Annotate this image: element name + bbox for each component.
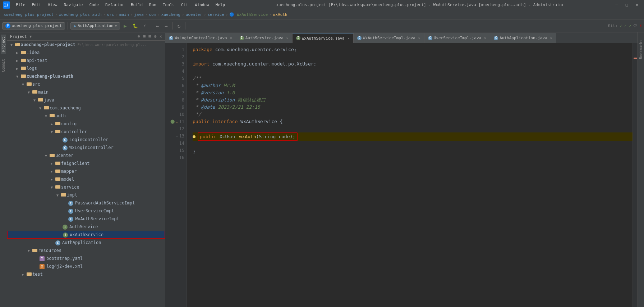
tree-label-auth-application: AuthApplication (62, 240, 101, 245)
menu-code[interactable]: Code (86, 2, 102, 8)
menu-refactor[interactable]: Refactor (102, 2, 127, 8)
tree-item-controller[interactable]: ▼ controller (7, 128, 165, 136)
tree-item-java[interactable]: ▼ java (7, 96, 165, 104)
tree-item-mapper[interactable]: ▶ mapper (7, 167, 165, 175)
forward-button[interactable]: → (162, 22, 170, 30)
menu-help[interactable]: Help (213, 2, 228, 8)
tree-item-auth-module[interactable]: ▼ xuecheng-plus-auth (7, 72, 165, 80)
minimize-button[interactable]: ─ (612, 2, 621, 8)
sidebar-collapse-icon[interactable]: ⊟ (148, 34, 151, 39)
git-status: Git: ✓ ✓ ↗ ⏱ ✗ (608, 23, 642, 28)
tree-item-feignclient[interactable]: ▶ feignclient (7, 159, 165, 167)
menu-view[interactable]: View (45, 2, 60, 8)
refresh-button[interactable]: ↻ (175, 22, 183, 30)
tree-item-test[interactable]: ▶ test (7, 270, 165, 278)
breadcrumb-java[interactable]: java (134, 12, 144, 17)
tab-userserviceimpl[interactable]: C UserServiceImpl.java ✕ (424, 33, 490, 43)
tree-item-root[interactable]: ▼ xuecheng-plus-project E:\idea-workspac… (7, 41, 165, 49)
tree-item-api-test[interactable]: ▶ api-test (7, 57, 165, 64)
tree-item-config[interactable]: ▶ config (7, 120, 165, 128)
tab-close-wxlogincontroller[interactable]: ✕ (230, 36, 232, 40)
sidebar-settings-icon[interactable]: ⚙ (154, 34, 157, 39)
run-button[interactable]: ▶ (121, 22, 129, 30)
close-button[interactable]: ✕ (633, 2, 641, 8)
breadcrumb-xuecheng[interactable]: xuecheng (161, 12, 180, 17)
code-line-7: * @version 1.0 (193, 89, 632, 96)
tree-item-impl[interactable]: ▼ impl (7, 191, 165, 199)
tree-item-log4j2-xml[interactable]: ▶ X log4j2-dev.xml (7, 262, 165, 270)
left-tab-commit[interactable]: Commit (1, 57, 6, 74)
tree-item-auth-service[interactable]: ▶ I AuthService (7, 223, 165, 231)
run-with-coverage-button[interactable]: ⚡ (142, 22, 148, 30)
tab-close-authservice[interactable]: ✕ (286, 36, 289, 40)
toolbar-separator-4 (185, 22, 185, 30)
tree-item-wxlogin-controller[interactable]: ▶ C WxLoginController (7, 144, 165, 152)
tab-authservice[interactable]: I AuthService.java ✕ (236, 33, 293, 43)
tree-item-src[interactable]: ▼ src (7, 80, 165, 88)
tree-item-resources[interactable]: ▼ resources (7, 247, 165, 254)
menu-git[interactable]: Git (178, 2, 191, 8)
code-editor: 1 2 3 4 5 6 7 8 9 10 ⬤ ↓ 11 12 (165, 43, 638, 307)
tree-item-com-xuecheng[interactable]: ▼ com.xuecheng (7, 104, 165, 112)
breadcrumb-com[interactable]: com (149, 12, 156, 17)
tree-item-logs[interactable]: ▶ logs (7, 64, 165, 72)
menu-window[interactable]: Window (192, 2, 212, 8)
tab-close-wxauthservice[interactable]: ✕ (348, 36, 350, 40)
tab-close-wxauthserviceimpl[interactable]: ✕ (418, 36, 420, 40)
menu-file[interactable]: File (13, 2, 28, 8)
tab-close-authapplication[interactable]: ✕ (550, 36, 552, 40)
class-icon: C (62, 137, 68, 143)
sidebar-locate-icon[interactable]: ⊕ (138, 34, 140, 39)
sidebar-close-icon[interactable]: ✕ (160, 34, 162, 39)
project-dropdown[interactable]: P xuecheng-plus-project (2, 22, 65, 30)
sidebar-content[interactable]: ▼ xuecheng-plus-project E:\idea-workspac… (7, 41, 165, 307)
code-line-10: */ (193, 111, 632, 118)
tree-item-auth-application[interactable]: ▶ C AuthApplication (7, 239, 165, 247)
class-icon: C (62, 145, 68, 150)
breadcrumb-src[interactable]: src (107, 12, 114, 17)
menu-build[interactable]: Build (128, 2, 146, 8)
menu-edit[interactable]: Edit (29, 2, 45, 8)
tree-item-model[interactable]: ▶ model (7, 175, 165, 183)
svg-rect-5 (21, 59, 26, 62)
tree-item-password-auth-impl[interactable]: ▶ C PasswordAuthServiceImpl (7, 199, 165, 207)
left-tab-project[interactable]: Project (1, 35, 6, 54)
tab-wxauthservice[interactable]: I WxAuthService.java ✕ (293, 33, 354, 43)
tree-item-wxauth-service-impl[interactable]: ▶ C WxAuthServiceImpl (7, 215, 165, 223)
tree-label-user-service-impl: UserServiceImpl (75, 208, 114, 213)
run-config-dropdown[interactable]: ▶ AuthApplication ▼ (70, 22, 120, 30)
svg-rect-6 (21, 67, 26, 70)
class-icon: C (55, 240, 61, 245)
back-button[interactable]: ← (154, 22, 161, 30)
bookmarks-label[interactable]: Bookmarks (639, 40, 643, 59)
breadcrumb-module[interactable]: xuecheng-plus-auth (59, 12, 102, 17)
breadcrumb-wxauthservice[interactable]: 🔵 WxAuthService (229, 12, 268, 17)
tree-item-service[interactable]: ▼ service (7, 183, 165, 191)
tree-item-bootstrap-yaml[interactable]: ▶ Y bootstrap.yaml (7, 254, 165, 262)
debug-button[interactable]: 🐛 (130, 22, 140, 30)
tab-wxauthserviceimpl[interactable]: C WxAuthServiceImpl.java ✕ (354, 33, 424, 43)
tab-bar: C WxLoginController.java ✕ I AuthService… (165, 32, 638, 43)
breadcrumb-project[interactable]: xuecheng-plus-project (4, 12, 54, 17)
breadcrumb-main[interactable]: main (119, 12, 129, 17)
breadcrumb-service[interactable]: service (207, 12, 224, 17)
tab-authapplication[interactable]: C AuthApplication.java ✕ (490, 33, 556, 43)
tree-item-idea[interactable]: ▶ .idea (7, 49, 165, 57)
breadcrumb-ucenter[interactable]: ucenter (185, 12, 202, 17)
breadcrumb-wxauth[interactable]: wxAuth (273, 12, 288, 17)
menu-tools[interactable]: Tools (160, 2, 178, 8)
tree-item-wxauth-service[interactable]: ▶ I WxAuthService (7, 231, 165, 239)
menu-navigate[interactable]: Navigate (61, 2, 86, 8)
sidebar-expand-icon[interactable]: ⊞ (143, 34, 146, 39)
tree-item-ucenter[interactable]: ▼ ucenter (7, 152, 165, 159)
maximize-button[interactable]: □ (623, 2, 631, 8)
tree-item-user-service-impl[interactable]: ▶ C UserServiceImpl (7, 207, 165, 215)
tree-item-main[interactable]: ▼ main (7, 88, 165, 96)
menu-run[interactable]: Run (146, 2, 159, 8)
tab-wxlogincontroller[interactable]: C WxLoginController.java ✕ (165, 33, 236, 43)
tree-label-feignclient: feignclient (61, 161, 89, 166)
tree-item-auth[interactable]: ▼ auth (7, 112, 165, 120)
tab-close-userserviceimpl[interactable]: ✕ (484, 36, 486, 40)
tree-item-login-controller[interactable]: ▶ C LoginController (7, 136, 165, 144)
code-content[interactable]: package com.xuecheng.ucenter.service; im… (187, 43, 632, 307)
